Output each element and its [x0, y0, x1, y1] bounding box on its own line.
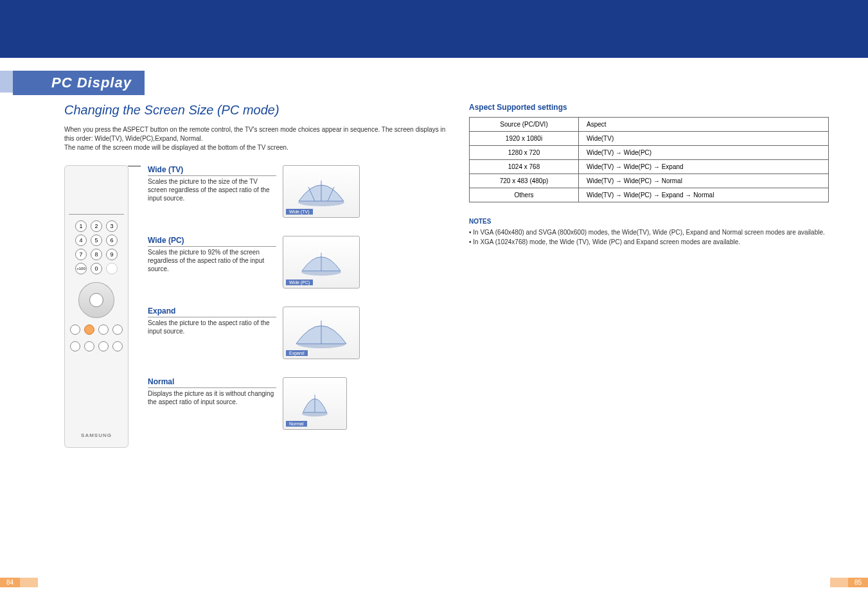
- intro-line-2: The name of the screen mode will be disp…: [64, 144, 288, 151]
- remote-key-8: 8: [91, 249, 102, 260]
- remote-pip-btn: [112, 324, 123, 335]
- table-cell-source: 1024 x 768: [470, 160, 579, 174]
- remote-still-btn: [112, 341, 123, 351]
- callout-line: [128, 166, 141, 166]
- mode-title: Wide (PC): [148, 236, 276, 247]
- remote-key-1: 1: [75, 220, 87, 232]
- remote-surround-btn: [70, 341, 80, 351]
- table-cell-aspect: Wide(TV) → Wide(PC): [579, 146, 829, 160]
- notes-item: In VGA (640x480) and SVGA (800x600) mode…: [469, 227, 829, 237]
- mode-wide-pc: Wide (PC) Scales the picture to 92% of t…: [148, 236, 450, 289]
- remote-brand-logo: SAMSUNG: [81, 432, 112, 438]
- page-number-left: 84: [0, 578, 20, 587]
- right-page-content: Aspect Supported settings Source (PC/DVI…: [469, 103, 829, 247]
- table-cell-source: 720 x 483 (480p): [470, 174, 579, 188]
- remote-aspect-btn: [84, 324, 94, 335]
- header-bar: [0, 0, 868, 58]
- remote-dnie-btn: [98, 324, 109, 335]
- mode-preview-normal: Normal: [283, 377, 347, 430]
- fan-icon: [292, 317, 350, 349]
- table-header-source: Source (PC/DVI): [470, 118, 579, 132]
- fan-icon: [296, 389, 334, 418]
- aspect-heading: Aspect Supported settings: [469, 103, 829, 112]
- mode-wide-tv: Wide (TV) Scales the picture to the size…: [148, 165, 450, 218]
- fan-icon: [295, 247, 348, 277]
- remote-key-3: 3: [106, 220, 118, 232]
- intro-line-1: When you press the ASPECT button on the …: [64, 126, 445, 142]
- page-number-right: 85: [848, 578, 868, 587]
- page-heading: Changing the Screen Size (PC mode): [64, 103, 450, 118]
- mode-normal: Normal Displays the picture as it is wit…: [148, 377, 450, 430]
- section-tab: PC Display: [13, 71, 145, 95]
- table-header-aspect: Aspect: [579, 118, 829, 132]
- remote-dpad: [71, 274, 121, 325]
- aspect-table: Source (PC/DVI) Aspect 1920 x 1080i Wide…: [469, 117, 829, 202]
- remote-key-2: 2: [91, 220, 102, 232]
- remote-display-btn: [70, 324, 80, 335]
- table-row: 1920 x 1080i Wide(TV): [470, 132, 829, 146]
- mode-desc: Scales the picture to the size of the TV…: [148, 177, 276, 202]
- remote-illustration: 1 2 3 4 5 6 7 8 9 +100 0: [64, 165, 128, 448]
- table-cell-aspect: Wide(TV) → Wide(PC) → Expand: [579, 160, 829, 174]
- mode-tag: Wide (TV): [286, 209, 313, 215]
- remote-key-4: 4: [75, 235, 87, 246]
- remote-key-5: 5: [91, 235, 102, 246]
- modes-wrapper: 1 2 3 4 5 6 7 8 9 +100 0: [64, 165, 450, 448]
- mode-expand: Expand Scales the picture to the aspect …: [148, 306, 450, 359]
- mode-title: Normal: [148, 377, 276, 388]
- mode-desc: Displays the picture as it is without ch…: [148, 389, 276, 406]
- mode-desc: Scales the picture to 92% of the screen …: [148, 248, 276, 273]
- remote-mts-btn: [84, 341, 94, 351]
- remote-key-7: 7: [75, 249, 87, 260]
- table-row: Others Wide(TV) → Wide(PC) → Expand → No…: [470, 188, 829, 202]
- table-cell-aspect: Wide(TV) → Wide(PC) → Expand → Normal: [579, 188, 829, 202]
- table-header-row: Source (PC/DVI) Aspect: [470, 118, 829, 132]
- mode-tag: Wide (PC): [286, 280, 313, 285]
- mode-desc: Scales the picture to the aspect ratio o…: [148, 319, 276, 335]
- remote-key-blank: [106, 263, 118, 274]
- remote-favch-btn: [98, 341, 109, 351]
- remote-key-plus100: +100: [75, 263, 87, 274]
- mode-preview-expand: Expand: [283, 306, 360, 359]
- remote-column: 1 2 3 4 5 6 7 8 9 +100 0: [64, 165, 135, 448]
- remote-key-0: 0: [91, 263, 102, 274]
- remote-key-6: 6: [106, 235, 118, 246]
- intro-text: When you press the ASPECT button on the …: [64, 125, 450, 152]
- mode-tag: Normal: [286, 421, 307, 427]
- notes-title: NOTES: [469, 218, 829, 225]
- table-cell-source: Others: [470, 188, 579, 202]
- fan-icon: [292, 175, 350, 208]
- table-row: 1280 x 720 Wide(TV) → Wide(PC): [470, 146, 829, 160]
- notes-item: In XGA (1024x768) mode, the Wide (TV), W…: [469, 237, 829, 247]
- remote-key-9: 9: [106, 249, 118, 260]
- notes-list: In VGA (640x480) and SVGA (800x600) mode…: [469, 227, 829, 247]
- table-cell-aspect: Wide(TV) → Wide(PC) → Normal: [579, 174, 829, 188]
- left-page-content: Changing the Screen Size (PC mode) When …: [64, 103, 450, 448]
- table-cell-source: 1920 x 1080i: [470, 132, 579, 146]
- mode-title: Wide (TV): [148, 165, 276, 176]
- mode-tag: Expand: [286, 350, 308, 356]
- mode-preview-wide-pc: Wide (PC): [283, 236, 360, 289]
- mode-title: Expand: [148, 306, 276, 317]
- table-row: 1024 x 768 Wide(TV) → Wide(PC) → Expand: [470, 160, 829, 174]
- modes-column: Wide (TV) Scales the picture to the size…: [148, 165, 450, 448]
- table-cell-aspect: Wide(TV): [579, 132, 829, 146]
- table-row: 720 x 483 (480p) Wide(TV) → Wide(PC) → N…: [470, 174, 829, 188]
- table-cell-source: 1280 x 720: [470, 146, 579, 160]
- mode-preview-wide-tv: Wide (TV): [283, 165, 360, 218]
